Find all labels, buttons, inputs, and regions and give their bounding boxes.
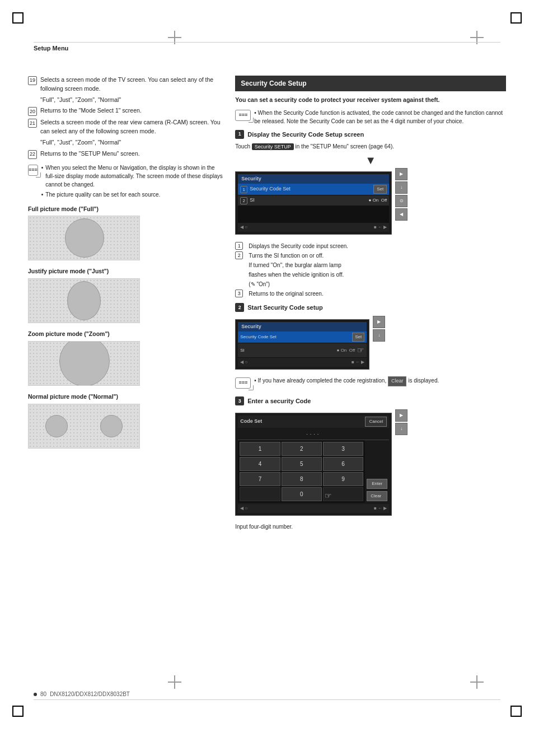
item-19: 19 Selects a screen mode of the TV scree… [28, 76, 224, 94]
key-6[interactable]: 6 [323, 457, 363, 471]
note-icon: ≡≡≡ [28, 165, 38, 176]
num-19: 19 [28, 76, 37, 85]
step2-note-icon: ≡≡≡ [235, 377, 251, 389]
key-4[interactable]: 4 [240, 457, 280, 471]
security-description: You can set a security code to protect y… [235, 96, 506, 104]
step2-note: ≡≡≡ • If you have already completed the … [235, 376, 506, 392]
num-21: 21 [28, 119, 37, 128]
code-dots-display: ···· [238, 429, 389, 441]
code-set-screen: Code Set Cancel ···· 1 2 3 4 5 6 7 [235, 409, 392, 520]
key-2[interactable]: 2 [282, 442, 322, 456]
key-8[interactable]: 8 [282, 472, 322, 486]
picture-mode-zoom: Zoom picture mode ("Zoom") [28, 330, 224, 386]
key-1[interactable]: 1 [240, 442, 280, 456]
cancel-button[interactable]: Cancel [365, 417, 387, 427]
screen-2-side-icons: ▶ ↓ [373, 316, 385, 342]
security-header: Security Code Setup [235, 76, 506, 91]
key-5[interactable]: 5 [282, 457, 322, 471]
screen-3-side-icons: ▶ ↓ [395, 409, 407, 435]
note-block: ≡≡≡ • When you select the Menu or Naviga… [28, 164, 224, 200]
page-footer: 80 DNX8120/DDX812/DDX8032BT [34, 691, 130, 697]
security-note-icon: ≡≡≡ [235, 110, 251, 121]
step-3-badge: 3 [235, 396, 244, 405]
num-20: 20 [28, 107, 37, 116]
screen-items-list: 1 Displays the Security code input scree… [235, 241, 506, 298]
key-7[interactable]: 7 [240, 472, 280, 486]
section-title: Setup Menu [34, 45, 68, 52]
key-9[interactable]: 9 [323, 472, 363, 486]
key-empty [240, 487, 280, 501]
clear-button[interactable]: Clear [367, 491, 387, 501]
arrow-down-1: ▼ [235, 155, 506, 166]
security-setup-touch[interactable]: Security SETUP [252, 143, 294, 150]
key-0[interactable]: 0 [282, 487, 322, 501]
item-21: 21 Selects a screen mode of the rear vie… [28, 118, 224, 136]
key-3[interactable]: 3 [323, 442, 363, 456]
clear-tag: Clear [388, 376, 407, 386]
screen-mockup-1: Security 1 Security Code Set Set 2 SI ● … [235, 168, 392, 239]
screen-side-icons: ▶ ↓ ⊙ ◀ [395, 168, 407, 221]
right-column: Security Code Setup You can set a securi… [235, 76, 506, 531]
picture-mode-normal: Normal picture mode ("Normal") [28, 393, 224, 449]
footer-bullet [34, 693, 37, 696]
security-note: ≡≡≡ • When the Security Code function is… [235, 109, 506, 125]
step-2-header: 2 Start Security Code setup [235, 303, 506, 312]
step-1-header: 1 Display the Security Code Setup screen [235, 130, 506, 139]
step-1-instruction: Touch Security SETUP in the "SETUP Menu"… [235, 142, 506, 151]
num-22: 22 [28, 150, 37, 159]
picture-mode-just: Justify picture mode ("Just") [28, 267, 224, 323]
step-2-badge: 2 [235, 303, 244, 312]
key-empty2: ☞ [323, 487, 363, 501]
item-20: 20 Returns to the "Mode Select 1" screen… [28, 106, 224, 116]
step-3-header: 3 Enter a security Code [235, 396, 506, 406]
item-22: 22 Returns to the "SETUP Menu" screen. [28, 150, 224, 159]
left-column: 19 Selects a screen mode of the TV scree… [28, 76, 224, 531]
step-1-badge: 1 [235, 130, 244, 139]
screen-mockup-2: Security Security Code Set Set SI ● On O… [235, 316, 369, 374]
input-note: Input four-digit number. [235, 522, 506, 531]
picture-mode-full: Full picture mode ("Full") [28, 205, 224, 261]
enter-button[interactable]: Enter [367, 479, 387, 489]
